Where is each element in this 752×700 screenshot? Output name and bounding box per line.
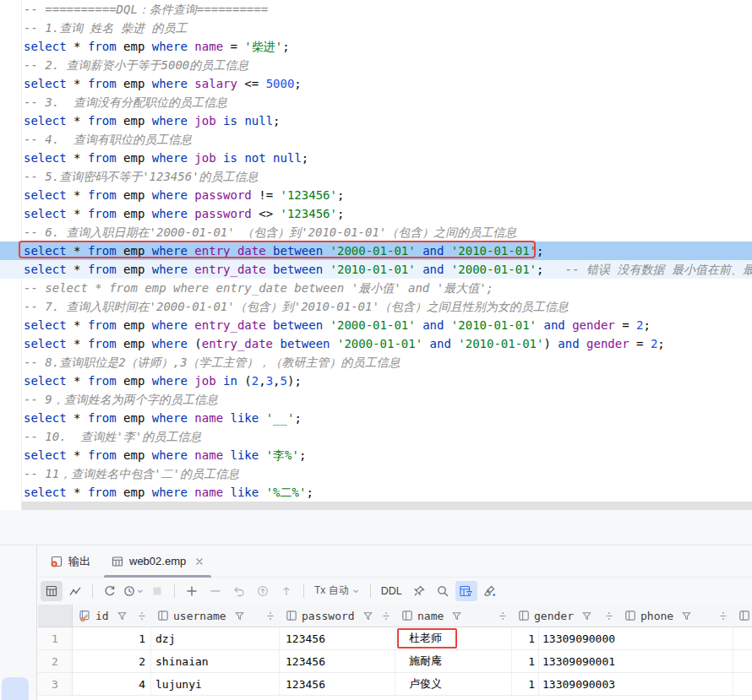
code-line-17[interactable]: -- 7. 查询入职时间在'2000-01-01'（包含）到'2010-01-0… <box>0 297 752 316</box>
caret-down-icon <box>351 587 360 595</box>
tx-mode-dropdown[interactable]: Tx 自动 <box>309 581 365 601</box>
table-view-button[interactable] <box>41 581 63 601</box>
sort-toggle-icon[interactable] <box>718 610 728 621</box>
tab-web02-emp[interactable]: web02.emp <box>101 545 215 578</box>
filter-funnel-icon[interactable] <box>362 610 373 621</box>
code-line-27[interactable]: select * from emp where name like '%二%'; <box>0 483 752 502</box>
filter-funnel-icon[interactable] <box>234 610 245 621</box>
cell-id[interactable]: 4 <box>73 673 151 695</box>
code-line-2[interactable]: -- 1.查询 姓名 柴进 的员工 <box>0 19 752 37</box>
ddl-button[interactable]: DDL <box>376 581 407 601</box>
code-line-13[interactable]: -- 6. 查询入职日期在'2000-01-01' （包含）到'2010-01-… <box>0 223 752 241</box>
sort-toggle-icon[interactable] <box>498 610 508 621</box>
code-token: emp <box>117 374 152 388</box>
code-line-12[interactable]: select * from emp where password <> '123… <box>0 204 752 223</box>
code-line-10[interactable]: -- 5.查询密码不等于'123456'的员工信息 <box>0 167 752 186</box>
code-line-9[interactable]: select * from emp where job is not null; <box>0 149 752 167</box>
cell-username[interactable]: dzj <box>151 627 280 649</box>
tab-output[interactable]: 输出 <box>40 545 101 578</box>
code-token: select <box>24 263 67 276</box>
cell-username[interactable]: lujunyi <box>151 673 280 695</box>
search-button[interactable] <box>432 581 454 601</box>
cell-phone[interactable]: 13309090000 <box>539 627 733 649</box>
code-line-1[interactable]: -- ==========DQL：条件查询========== <box>0 0 752 19</box>
pin-button[interactable] <box>408 581 430 601</box>
add-row-button[interactable] <box>181 581 203 601</box>
code-line-15[interactable]: select * from emp where entry_date betwe… <box>0 260 752 279</box>
filter-funnel-icon[interactable] <box>681 610 692 621</box>
code-token <box>223 448 230 462</box>
cell-phone[interactable]: 13309090001 <box>539 650 733 672</box>
sql-editor[interactable]: -- ==========DQL：条件查询==========-- 1.查询 姓… <box>0 0 752 510</box>
code-line-21[interactable]: select * from emp where job in (2,3,5); <box>0 372 752 390</box>
chart-view-button[interactable] <box>64 581 86 601</box>
cell-id[interactable]: 2 <box>73 650 151 672</box>
cell-phone[interactable]: 13309090003 <box>539 673 733 695</box>
code-line-23[interactable]: select * from emp where name like '__'; <box>0 409 752 427</box>
code-line-25[interactable]: select * from emp where name like '李%'; <box>0 446 752 464</box>
code-line-18[interactable]: select * from emp where entry_date betwe… <box>0 316 752 334</box>
filter-funnel-icon[interactable] <box>451 610 462 621</box>
cell-username[interactable]: shinaian <box>151 650 280 672</box>
row-number[interactable]: 3 <box>38 673 73 695</box>
sort-toggle-icon[interactable] <box>604 610 614 621</box>
column-icon <box>157 610 169 621</box>
column-header-name[interactable]: name <box>395 605 512 627</box>
code-line-14[interactable]: select * from emp where entry_date betwe… <box>0 241 752 260</box>
column-header-password[interactable]: password <box>280 605 395 627</box>
history-button[interactable] <box>123 581 144 601</box>
column-header-gender[interactable]: gender <box>512 605 618 627</box>
grid-corner-cell[interactable] <box>38 605 73 627</box>
code-line-3[interactable]: select * from emp where name = '柴进'; <box>0 37 752 56</box>
cell-name[interactable]: 施耐庵 <box>395 650 512 672</box>
cell-password[interactable]: 123456 <box>280 673 395 695</box>
code-line-5[interactable]: select * from emp where salary <= 5000; <box>0 74 752 93</box>
cell-gender[interactable]: 1 <box>512 650 539 672</box>
column-header-partial[interactable] <box>733 605 752 627</box>
filter-table-button[interactable] <box>455 581 477 601</box>
code-line-7[interactable]: select * from emp where job is null; <box>0 111 752 130</box>
cell-name[interactable]: 卢俊义 <box>395 673 512 695</box>
row-number[interactable]: 2 <box>38 650 73 672</box>
code-token: '2010-01-01' <box>451 244 537 258</box>
result-tabbar: 输出 web02.emp <box>38 545 752 578</box>
row-number[interactable]: 1 <box>38 627 73 649</box>
code-line-4[interactable]: -- 2. 查询薪资小于等于5000的员工信息 <box>0 56 752 74</box>
column-header-phone[interactable]: phone <box>618 605 733 627</box>
code-line-11[interactable]: select * from emp where password != '123… <box>0 186 752 204</box>
close-icon[interactable] <box>194 556 204 567</box>
code-line-19[interactable]: select * from emp where (entry_date betw… <box>0 334 752 353</box>
code-line-20[interactable]: -- 8.查询职位是2（讲师）,3（学工主管），（教研主管）的员工信息 <box>0 353 752 372</box>
cell-id[interactable]: 1 <box>73 627 151 649</box>
column-header-id[interactable]: id <box>73 605 151 627</box>
code-token: , <box>273 374 280 388</box>
filter-funnel-icon[interactable] <box>117 610 128 621</box>
cell-gender[interactable]: 1 <box>512 673 539 695</box>
result-grid: idusernamepasswordnamegenderphone 11dzj1… <box>38 605 752 700</box>
cell-password[interactable]: 123456 <box>280 650 395 672</box>
code-token: name <box>194 448 223 462</box>
tab-web02-emp-label: web02.emp <box>129 555 186 567</box>
code-area[interactable]: -- ==========DQL：条件查询==========-- 1.查询 姓… <box>0 0 752 502</box>
code-line-16[interactable]: -- select * from emp where entry_date be… <box>0 279 752 297</box>
toolwindow-stripe-button[interactable] <box>2 677 29 700</box>
code-token: job <box>194 374 215 388</box>
column-header-username[interactable]: username <box>151 605 280 627</box>
cell-gender[interactable]: 1 <box>512 627 539 649</box>
sort-toggle-icon[interactable] <box>137 610 147 621</box>
cell-value: 1 <box>528 655 535 668</box>
cell-password[interactable]: 123456 <box>280 627 395 649</box>
code-line-6[interactable]: -- 3. 查询没有分配职位的员工信息 <box>0 93 752 111</box>
sort-toggle-icon[interactable] <box>381 610 391 621</box>
reload-button[interactable] <box>99 581 121 601</box>
cell-name[interactable]: 杜老师 <box>395 627 512 649</box>
sort-toggle-icon[interactable] <box>265 610 275 621</box>
editor-horizontal-scrollbar[interactable] <box>22 502 752 510</box>
code-line-8[interactable]: -- 4. 查询有职位的员工信息 <box>0 130 752 149</box>
code-line-24[interactable]: -- 10. 查询姓'李'的员工信息 <box>0 427 752 446</box>
code-token <box>416 318 422 332</box>
filter-funnel-icon[interactable] <box>581 610 592 621</box>
code-line-22[interactable]: -- 9，查询姓名为两个字的员工信息 <box>0 390 752 409</box>
broom-button[interactable] <box>479 581 501 601</box>
code-line-26[interactable]: -- 11，查询姓名中包含'二'的员工信息 <box>0 464 752 483</box>
